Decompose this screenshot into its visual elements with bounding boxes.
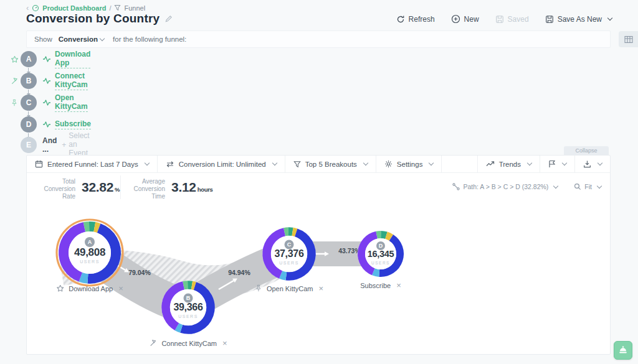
svg-text:49,808: 49,808 [74, 246, 105, 258]
trends-icon [486, 161, 495, 167]
conversion-limit-dropdown[interactable]: Conversion Limit: Unlimited [158, 156, 285, 172]
step-event-link[interactable]: Connect KittyCam [42, 72, 88, 90]
step-letter-badge: A [21, 51, 37, 67]
event-zigzag-icon [42, 77, 51, 85]
chevron-down-icon [597, 183, 602, 188]
chevron-down-icon [272, 161, 277, 166]
breadcrumb: ‹ Product Dashboard / Funnel [26, 4, 145, 12]
and-label: And ... [42, 136, 57, 154]
step-conversion-percent: 79.04% [128, 269, 151, 276]
svg-text:USERS: USERS [279, 261, 299, 265]
path-dropdown[interactable]: Path: A > B > C > D (32.82%) [452, 183, 558, 190]
path-icon [452, 183, 460, 190]
remove-step-icon[interactable]: × [118, 284, 123, 293]
calendar-icon [35, 160, 43, 168]
back-chevron-icon[interactable]: ‹ [26, 4, 29, 12]
step-connector-arrow [28, 90, 29, 93]
svg-text:A: A [88, 239, 92, 245]
chevron-down-icon [145, 161, 150, 166]
funnel-node-label-c[interactable]: Open KittyCam× [255, 284, 323, 293]
total-conversion-rate-label: Total Conversion Rate [36, 178, 75, 200]
svg-text:USERS: USERS [80, 259, 100, 264]
svg-text:39,366: 39,366 [173, 302, 203, 312]
funnel-icon [293, 161, 301, 168]
star-icon[interactable] [56, 284, 64, 292]
bell-icon [618, 346, 628, 355]
pin-icon[interactable] [255, 284, 262, 292]
breakouts-dropdown[interactable]: Top 5 Breakouts [285, 156, 376, 172]
show-label: Show [34, 35, 52, 43]
gear-icon [384, 160, 393, 168]
settings-dropdown[interactable]: Settings [376, 156, 442, 172]
event-zigzag-icon [42, 99, 51, 106]
step-event-link[interactable]: Download App [42, 50, 90, 68]
collapse-button[interactable]: Collapse [564, 146, 609, 155]
svg-text:16,345: 16,345 [368, 249, 394, 259]
chevron-down-icon [598, 161, 602, 166]
step-letter-badge: D [21, 116, 37, 133]
save-as-new-button[interactable]: Save As New [545, 15, 612, 24]
header-actions: Refresh New Saved Save As New [396, 14, 612, 24]
edit-title-pencil-icon[interactable] [164, 15, 173, 23]
swap-arrows-icon [166, 161, 174, 168]
avg-conversion-time-value: 3.12hours [171, 180, 213, 195]
plus-circle-icon [451, 14, 460, 24]
trends-dropdown[interactable]: Trends [477, 156, 540, 172]
fit-zoom-dropdown[interactable]: Fit [574, 183, 601, 190]
funnel-node-label-b[interactable]: Connect KittyCam× [149, 338, 227, 348]
total-conversion-rate-value: 32.82% [82, 180, 120, 195]
step-letter-badge: E [21, 137, 37, 153]
pennant-icon[interactable] [9, 77, 19, 85]
save-icon [495, 15, 504, 24]
svg-text:D: D [379, 243, 383, 249]
chevron-down-icon [363, 161, 368, 166]
page-title: Conversion by Country [26, 12, 160, 26]
pennant-icon[interactable] [149, 339, 157, 347]
remove-step-icon[interactable]: × [222, 338, 227, 348]
star-icon[interactable] [9, 55, 19, 63]
chart-toolbar: Entered Funnel: Last 7 Days Conversion L… [27, 156, 610, 173]
flag-icon [548, 160, 556, 168]
chevron-down-icon [527, 161, 532, 166]
chevron-down-icon [553, 183, 558, 188]
step-connector-arrow [28, 111, 29, 115]
save-icon [545, 15, 554, 24]
funnel-chart: 79.04%94.94%43.73%A49,808USERSB39,366USE… [27, 202, 611, 355]
data-table-toggle[interactable] [619, 31, 638, 47]
funnel-icon [114, 4, 121, 11]
step-letter-badge: B [21, 73, 37, 89]
export-dropdown[interactable] [574, 156, 610, 172]
svg-text:USERS: USERS [178, 314, 198, 319]
new-button[interactable]: New [451, 14, 479, 24]
svg-text:37,376: 37,376 [274, 248, 304, 259]
step-event-link[interactable]: Subscribe [42, 119, 91, 129]
funnel-node-label-a[interactable]: Download App× [56, 284, 123, 293]
funnel-node-label-d[interactable]: Subscribe× [360, 281, 401, 290]
table-icon [624, 35, 633, 44]
annotations-dropdown[interactable] [540, 156, 574, 172]
download-icon [583, 160, 591, 168]
dashboard-icon [32, 4, 39, 12]
chevron-down-icon [100, 35, 105, 40]
svg-text:USERS: USERS [371, 261, 390, 265]
chevron-down-icon [607, 16, 612, 21]
query-suffix-label: for the following funnel: [113, 35, 186, 43]
refresh-button[interactable]: Refresh [396, 15, 435, 24]
funnel-node-b[interactable]: B39,366USERS [161, 281, 215, 334]
pin-icon[interactable] [9, 99, 19, 107]
remove-step-icon[interactable]: × [319, 284, 324, 293]
funnel-node-d[interactable]: D16,345USERS [358, 231, 404, 277]
breadcrumb-parent-link[interactable]: Product Dashboard [42, 4, 106, 12]
magnifier-icon [574, 183, 581, 190]
entered-funnel-dropdown[interactable]: Entered Funnel: Last 7 Days [27, 156, 158, 172]
results-panel: Entered Funnel: Last 7 Days Conversion L… [26, 155, 611, 355]
step-conversion-percent: 94.94% [228, 269, 250, 276]
saved-button: Saved [495, 15, 529, 24]
step-event-link[interactable]: Open KittyCam [42, 93, 88, 112]
remove-step-icon[interactable]: × [396, 281, 401, 290]
metric-dropdown[interactable]: Conversion [59, 35, 104, 43]
funnel-node-c[interactable]: C37,376USERS [262, 227, 316, 281]
funnel-node-a[interactable]: A49,808USERS [57, 220, 123, 286]
help-bell-button[interactable] [614, 341, 632, 360]
step-connector-arrow [28, 68, 29, 72]
